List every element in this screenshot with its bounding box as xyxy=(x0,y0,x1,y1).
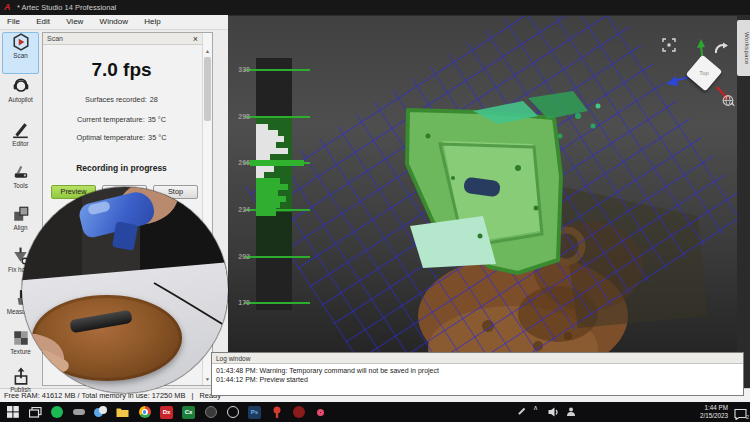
volume-icon[interactable] xyxy=(548,407,560,417)
home-view-icon[interactable] xyxy=(722,94,735,107)
artec-logo-icon: A xyxy=(4,3,13,12)
dark-circle-app-icon xyxy=(205,406,217,418)
taskbar-app-dark-circle[interactable] xyxy=(202,404,219,420)
network-icon[interactable] xyxy=(566,407,576,417)
menu-help[interactable]: Help xyxy=(137,15,167,26)
taskbar-clock[interactable]: 1:44 PM 2/15/2023 xyxy=(700,404,728,420)
log-window-title: Log window xyxy=(212,353,743,364)
task-view-button[interactable] xyxy=(27,404,44,420)
taskbar-app-red-pin[interactable] xyxy=(268,404,285,420)
log-entry: 01:43:48 PM: Warning: Temporary command … xyxy=(216,366,739,375)
start-button[interactable] xyxy=(4,404,21,420)
scrollbar-thumb[interactable] xyxy=(204,57,211,121)
outline-circle-app-icon xyxy=(227,406,239,418)
sidebar-label: Texture xyxy=(2,348,39,355)
workspace-tab[interactable]: Workspace xyxy=(737,20,750,76)
taskbar-app-recorder[interactable] xyxy=(70,404,87,420)
sidebar-label: Tools xyxy=(2,182,39,189)
right-strip: Workspace xyxy=(737,16,750,388)
menu-bar: File Edit View Window Help xyxy=(0,15,228,30)
taskbar: Dx Cx Ps ∧ 1:44 PM 2/15/2023 xyxy=(0,402,750,422)
scroll-up-icon[interactable]: ▲ xyxy=(203,46,212,56)
weather-app-icon xyxy=(94,406,107,419)
menu-window[interactable]: Window xyxy=(93,15,135,26)
chevron-up-icon[interactable]: ∧ xyxy=(533,404,538,412)
stat-label: Optimal temperature: xyxy=(77,133,146,142)
depth-scale-tick-330: 330 xyxy=(228,66,250,73)
menu-view[interactable]: View xyxy=(59,15,90,26)
window-title: * Artec Studio 14 Professional xyxy=(17,0,116,15)
title-bar: A * Artec Studio 14 Professional xyxy=(0,0,750,15)
sidebar-label: Editor xyxy=(2,140,39,147)
scanned-object xyxy=(407,110,561,273)
taskbar-app-pink-ring[interactable] xyxy=(312,404,329,420)
align-icon xyxy=(12,205,30,223)
taskbar-app-weather[interactable] xyxy=(92,404,109,420)
taskbar-app-cx[interactable]: Cx xyxy=(180,404,197,420)
nav-cube[interactable]: Top xyxy=(686,55,723,92)
taskbar-app-ps[interactable]: Ps xyxy=(246,404,263,420)
taskbar-app-chrome[interactable] xyxy=(136,404,153,420)
app-window: A * Artec Studio 14 Professional File Ed… xyxy=(0,0,750,422)
depth-histogram xyxy=(242,54,314,316)
autopilot-icon xyxy=(12,77,30,95)
sidebar-label: Autopilot xyxy=(2,96,39,103)
stat-value: 35 °C xyxy=(148,115,166,124)
notification-badge: 2 xyxy=(746,414,749,420)
depth-scale-tick-170: 170 xyxy=(228,299,250,306)
sidebar-item-align[interactable]: Align xyxy=(2,205,39,245)
pink-ring-app-icon xyxy=(317,409,324,416)
task-view-icon xyxy=(29,407,42,418)
depth-scale-tick-266: 266 xyxy=(228,159,250,166)
stat-value: 28 xyxy=(150,95,158,104)
sidebar-item-tools[interactable]: Tools xyxy=(2,163,39,203)
windows-icon xyxy=(7,406,19,418)
recorder-app-icon xyxy=(73,409,85,415)
3d-viewport[interactable]: 330 298 266 234 202 170 xyxy=(228,16,750,388)
sidebar-label: Align xyxy=(2,224,39,231)
close-icon[interactable]: × xyxy=(190,33,201,45)
nav-cube-face-label: Top xyxy=(691,60,717,86)
recording-status: Recording in progress xyxy=(43,163,200,173)
green-app-icon xyxy=(51,406,63,418)
clock-time: 1:44 PM xyxy=(700,404,728,412)
webcam-overlay xyxy=(22,187,228,393)
menu-file[interactable]: File xyxy=(0,15,27,26)
taskbar-app-dx[interactable]: Dx xyxy=(158,404,175,420)
scanner-grip xyxy=(112,221,138,250)
stat-label: Current temperature: xyxy=(77,115,145,124)
cx-app-icon: Cx xyxy=(182,406,195,419)
sidebar-item-publish[interactable]: Publish xyxy=(2,367,39,407)
stat-value: 35 °C xyxy=(148,133,166,142)
folder-icon xyxy=(116,407,129,418)
editor-icon xyxy=(12,121,30,139)
taskbar-app-explorer[interactable] xyxy=(114,404,131,420)
taskbar-app-circle-outline[interactable] xyxy=(224,404,241,420)
log-entry: 01:44:12 PM: Preview started xyxy=(216,375,739,384)
menu-edit[interactable]: Edit xyxy=(29,15,57,26)
depth-scale-tick-234: 234 xyxy=(228,206,250,213)
status-divider: | xyxy=(192,391,194,400)
stat-label: Surfaces recorded: xyxy=(85,95,147,104)
sidebar-item-scan[interactable]: Scan xyxy=(2,32,39,74)
scan-panel-title: Scan xyxy=(43,33,212,45)
pen-tray-icon[interactable] xyxy=(516,407,526,417)
fps-readout: 7.0 fps xyxy=(43,59,200,81)
chrome-icon xyxy=(139,406,151,418)
depth-scale-tick-202: 202 xyxy=(228,253,250,260)
dx-app-icon: Dx xyxy=(160,406,173,419)
sidebar-label: Publish xyxy=(2,386,39,393)
tools-icon xyxy=(12,163,30,181)
log-window: Log window 01:43:48 PM: Warning: Tempora… xyxy=(211,352,744,396)
scan-icon xyxy=(12,33,30,51)
sidebar-item-autopilot[interactable]: Autopilot xyxy=(2,77,39,117)
sidebar-label: Scan xyxy=(3,52,38,59)
action-center-button[interactable]: 2 xyxy=(734,406,747,417)
photoshop-icon: Ps xyxy=(248,406,261,419)
publish-icon xyxy=(12,367,30,385)
red-pin-icon xyxy=(272,406,282,419)
sidebar-item-editor[interactable]: Editor xyxy=(2,121,39,161)
clock-date: 2/15/2023 xyxy=(700,412,728,420)
taskbar-app-dark-red[interactable] xyxy=(290,404,307,420)
taskbar-app-green[interactable] xyxy=(48,404,65,420)
